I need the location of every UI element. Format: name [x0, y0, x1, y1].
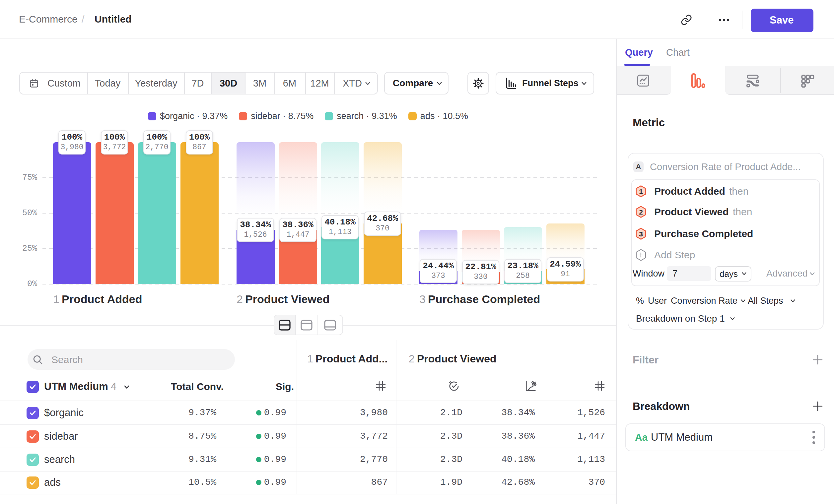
svg-text:1: 1 [639, 188, 643, 195]
svg-text:2: 2 [639, 208, 643, 216]
svg-text:3: 3 [639, 230, 643, 238]
